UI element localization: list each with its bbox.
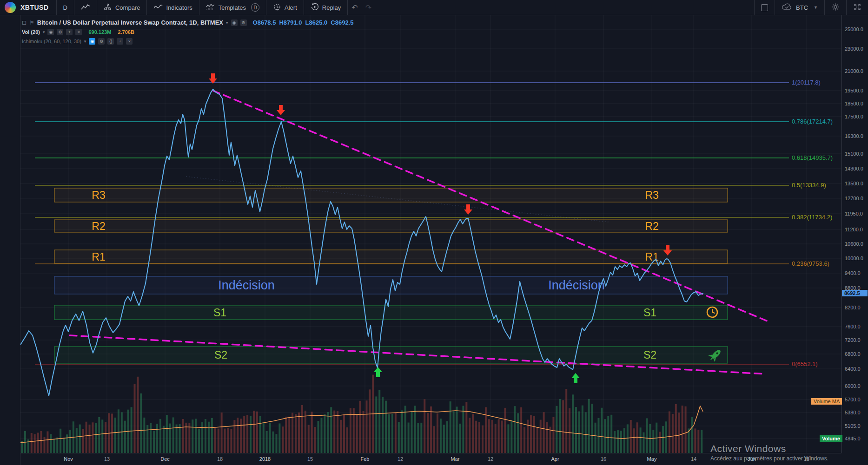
- symbol-caret-icon[interactable]: ▾: [226, 20, 228, 25]
- price-tick: 21000.0: [845, 68, 863, 74]
- price-tick: 15100.0: [845, 151, 863, 157]
- zone-support[interactable]: [54, 347, 728, 363]
- cloud-account-button[interactable]: BTC ▼: [775, 0, 824, 15]
- volume-bar: [37, 432, 39, 453]
- fib-level-label: 1(20117.8): [792, 79, 821, 86]
- time-axis[interactable]: Nov13Dec18201815Feb12Mar12Apr16May14Jun1…: [20, 453, 841, 465]
- volume-bar: [76, 428, 78, 453]
- eye-icon[interactable]: ◉: [47, 29, 54, 35]
- caret-icon[interactable]: ▾: [43, 30, 45, 34]
- sell-arrow-icon[interactable]: [277, 105, 285, 115]
- account-label: BTC: [796, 4, 808, 11]
- volume-bar: [440, 419, 442, 453]
- volume-indicator-label[interactable]: Vol (20): [22, 29, 40, 35]
- fib-level-label: 0.5(13334.9): [792, 182, 826, 189]
- volume-bar: [320, 418, 322, 453]
- tradingview-logo[interactable]: [5, 2, 16, 13]
- volume-bar: [60, 429, 61, 453]
- zone-resistance[interactable]: [54, 188, 728, 202]
- plus-icon[interactable]: +: [117, 38, 123, 45]
- plus-icon[interactable]: +: [66, 29, 73, 35]
- volume-bar: [543, 412, 545, 453]
- gear-icon[interactable]: ⚙: [57, 29, 63, 35]
- volume-bar: [250, 416, 252, 453]
- volume-bar: [340, 420, 342, 453]
- volume-bar: [514, 406, 516, 453]
- top-toolbar: XBTUSD D Compare Indicators Templates D …: [0, 0, 868, 15]
- gear-icon[interactable]: ⚙: [98, 38, 105, 45]
- replay-button[interactable]: Replay: [304, 0, 347, 15]
- zone-label: Indécision: [548, 278, 605, 292]
- collapse-legend-icon[interactable]: ⊟: [22, 20, 27, 26]
- templates-default-badge[interactable]: D: [251, 3, 259, 12]
- alert-clock-icon: [273, 3, 281, 13]
- gear-icon[interactable]: ⚙: [240, 20, 247, 26]
- volume-bar: [131, 407, 133, 453]
- volume-bar: [201, 422, 203, 453]
- price-tick: 9400.0: [845, 270, 861, 276]
- tradingview-app: XBTUSD D Compare Indicators Templates D …: [0, 0, 868, 465]
- zone-support[interactable]: [54, 305, 728, 320]
- interval-button[interactable]: D: [57, 0, 74, 15]
- volume-bar: [346, 427, 348, 453]
- volume-bar: [278, 423, 280, 453]
- zone-label: S2: [643, 349, 656, 361]
- flag-icon[interactable]: ⚑: [29, 20, 34, 26]
- symbol-title[interactable]: Bitcoin / US Dollar Perpetual Inverse Sw…: [37, 19, 223, 26]
- symbol-button[interactable]: XBTUSD: [20, 4, 49, 11]
- volume-bar: [640, 427, 642, 453]
- indicators-button[interactable]: Indicators: [147, 0, 199, 15]
- eye-icon[interactable]: ◉: [231, 20, 238, 26]
- price-tick: 7600.0: [845, 324, 861, 329]
- chart-style-button[interactable]: [74, 0, 97, 15]
- compare-button[interactable]: Compare: [97, 0, 146, 15]
- buy-arrow-icon[interactable]: [571, 373, 580, 383]
- sell-arrow-icon[interactable]: [464, 204, 472, 215]
- zone-label: R2: [92, 220, 105, 232]
- redo-button[interactable]: ↷: [362, 3, 375, 12]
- time-tick: 12: [488, 456, 493, 462]
- fullscreen-button[interactable]: [847, 0, 868, 15]
- volume-bar: [143, 418, 145, 453]
- volume-bar: [89, 425, 91, 453]
- toolbar-right: BTC ▼: [754, 0, 868, 15]
- time-tick: 2018: [259, 456, 271, 462]
- volume-bar: [150, 423, 152, 453]
- sell-arrow-icon[interactable]: [209, 73, 217, 84]
- zone-label: S1: [643, 307, 656, 319]
- volume-bar: [633, 428, 635, 453]
- volume-bar: [327, 412, 329, 453]
- source-code-icon[interactable]: {}: [107, 38, 114, 45]
- ichimoku-indicator-label[interactable]: Ichimoku (20, 60, 120, 30): [22, 39, 81, 44]
- zone-label: S1: [213, 307, 226, 319]
- volume-bar: [578, 412, 580, 453]
- caret-icon[interactable]: ▾: [84, 39, 86, 44]
- chart-canvas[interactable]: R3R3R2R2R1R1IndécisionIndécisionS1S1S2S2…: [0, 0, 868, 465]
- price-tick: 16300.0: [845, 133, 863, 139]
- volume-bar: [507, 424, 509, 453]
- settings-button[interactable]: [825, 0, 846, 15]
- undo-button[interactable]: ↶: [348, 3, 361, 12]
- volume-bar: [172, 417, 174, 453]
- volume-bar: [652, 430, 654, 453]
- fib-level-label: 0.786(17214.7): [792, 118, 833, 125]
- volume-bar: [450, 401, 451, 453]
- chart-legend: ⊟ ⚑ Bitcoin / US Dollar Perpetual Invers…: [22, 19, 353, 46]
- templates-button[interactable]: Templates D: [199, 0, 266, 15]
- close-icon[interactable]: ×: [126, 38, 133, 45]
- zone-resistance[interactable]: [54, 250, 728, 263]
- volume-bar: [211, 418, 213, 453]
- volume-bar: [269, 423, 271, 453]
- buy-arrow-icon[interactable]: [374, 367, 382, 377]
- alert-button[interactable]: Alert: [266, 0, 304, 15]
- close-icon[interactable]: ×: [75, 29, 82, 35]
- compare-icon: [104, 3, 112, 12]
- volume-bar: [701, 430, 702, 453]
- fib-level-label: 0.618(14935.7): [792, 154, 833, 161]
- price-axis[interactable]: 25000.023000.021000.019500.018500.017500…: [841, 15, 868, 453]
- volume-bar: [469, 418, 470, 453]
- eye-icon-active[interactable]: ◉: [89, 38, 95, 45]
- drawing-toolbar: [0, 15, 20, 465]
- zone-resistance[interactable]: [54, 220, 728, 232]
- layout-button[interactable]: [755, 0, 775, 15]
